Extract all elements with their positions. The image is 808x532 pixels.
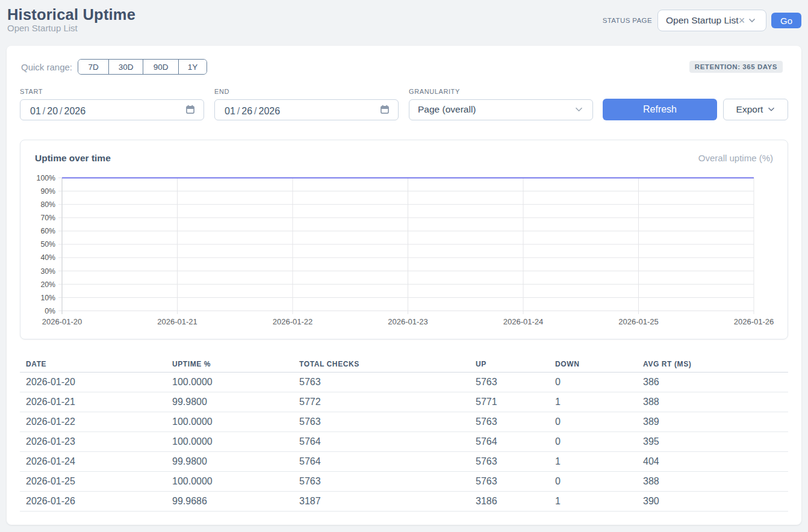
svg-text:70%: 70% [40,214,55,222]
svg-text:2026-01-21: 2026-01-21 [157,317,197,326]
svg-text:2026-01-20: 2026-01-20 [42,317,82,326]
svg-text:2026-01-23: 2026-01-23 [388,317,428,326]
svg-text:2026-01-24: 2026-01-24 [503,317,544,326]
svg-text:0%: 0% [45,307,55,315]
svg-text:10%: 10% [40,294,55,302]
svg-text:60%: 60% [40,227,55,235]
svg-text:50%: 50% [40,240,55,249]
svg-text:2026-01-26: 2026-01-26 [734,317,774,326]
svg-text:80%: 80% [40,200,55,209]
svg-text:40%: 40% [40,253,55,262]
svg-text:90%: 90% [40,187,55,196]
svg-text:2026-01-25: 2026-01-25 [618,317,659,326]
svg-text:30%: 30% [40,267,55,276]
svg-text:20%: 20% [40,280,55,289]
svg-text:100%: 100% [37,174,56,182]
svg-text:2026-01-22: 2026-01-22 [273,317,313,326]
